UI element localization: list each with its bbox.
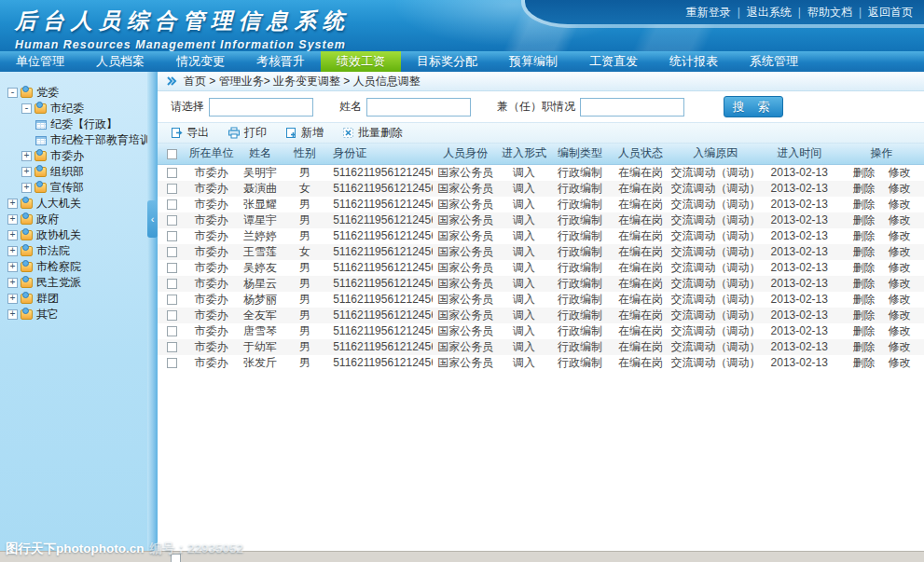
edit-link[interactable]: 修改 — [888, 293, 910, 306]
row-checkbox[interactable] — [167, 247, 177, 257]
tree-item[interactable]: 市纪检干部教育培训中心 — [0, 132, 147, 148]
row-checkbox[interactable] — [167, 279, 177, 289]
row-checkbox[interactable] — [167, 310, 177, 321]
edit-link[interactable]: 修改 — [888, 198, 910, 211]
tree-item[interactable]: +群团 — [0, 291, 147, 307]
delete-link[interactable]: 删除 — [852, 324, 875, 337]
edit-link[interactable]: 修改 — [888, 182, 910, 195]
edit-link[interactable]: 修改 — [888, 324, 910, 337]
delete-link[interactable]: 删除 — [852, 229, 875, 242]
plus-box-icon[interactable]: + — [7, 199, 18, 209]
cell-ops: 删除修改 — [839, 339, 924, 355]
tree-item[interactable]: +政协机关 — [0, 227, 147, 243]
search-button[interactable]: 搜 索 — [724, 96, 783, 117]
cell-entry-form: 调入 — [498, 244, 549, 260]
delete-link[interactable]: 删除 — [852, 261, 875, 274]
delete-link[interactable]: 删除 — [852, 293, 875, 306]
menu-item-0[interactable]: 单位管理 — [0, 51, 80, 72]
tree-item[interactable]: +组织部 — [0, 164, 147, 180]
cell-gender: 男 — [283, 164, 325, 181]
select-input[interactable] — [209, 98, 313, 117]
tree-item[interactable]: +其它 — [0, 307, 147, 322]
home-link[interactable]: 返回首页 — [868, 5, 913, 21]
relogin-link[interactable]: 重新登录 — [686, 5, 731, 21]
tree-item[interactable]: -党委 — [0, 85, 147, 101]
group-icon — [21, 309, 33, 320]
breadcrumb-text[interactable]: 首页 > 管理业务> 业务变更调整 > 人员信息调整 — [184, 74, 421, 89]
tree-item[interactable]: +人大机关 — [0, 196, 147, 212]
plus-box-icon[interactable]: + — [21, 151, 32, 161]
edit-link[interactable]: 修改 — [888, 261, 910, 274]
menu-item-9[interactable]: 系统管理 — [734, 51, 814, 72]
select-all-checkbox[interactable] — [167, 149, 177, 159]
row-checkbox[interactable] — [167, 358, 177, 368]
tree-item[interactable]: -市纪委 — [0, 101, 147, 117]
menu-item-3[interactable]: 考核晋升 — [241, 51, 321, 72]
delete-link[interactable]: 删除 — [852, 356, 875, 369]
plus-box-icon[interactable]: + — [21, 167, 32, 177]
edit-link[interactable]: 修改 — [888, 166, 910, 179]
tree-item[interactable]: +市委办 — [0, 148, 147, 164]
minus-box-icon[interactable]: - — [21, 103, 32, 114]
name-input[interactable] — [366, 98, 471, 117]
menu-item-8[interactable]: 统计报表 — [654, 51, 734, 72]
row-checkbox[interactable] — [167, 231, 177, 241]
plus-box-icon[interactable]: + — [21, 183, 32, 193]
tree-item[interactable]: 纪委【行政】 — [0, 117, 147, 132]
menu-item-5[interactable]: 目标奖分配 — [401, 51, 493, 72]
plus-box-icon[interactable]: + — [7, 309, 18, 320]
delete-link[interactable]: 删除 — [852, 308, 875, 322]
parttime-input[interactable] — [580, 98, 684, 117]
plus-box-icon[interactable]: + — [7, 294, 18, 304]
row-checkbox[interactable] — [167, 295, 177, 305]
row-checkbox[interactable] — [167, 342, 177, 352]
row-checkbox[interactable] — [167, 326, 177, 336]
edit-link[interactable]: 修改 — [888, 308, 910, 322]
tree-item[interactable]: +宣传部 — [0, 180, 147, 196]
plus-box-icon[interactable]: + — [7, 278, 18, 288]
row-checkbox[interactable] — [167, 168, 177, 178]
delete-link[interactable]: 删除 — [852, 245, 875, 258]
row-checkbox[interactable] — [167, 263, 177, 273]
add-button[interactable]: 新增 — [285, 125, 324, 141]
help-link[interactable]: 帮助文档 — [807, 5, 852, 21]
tree-item[interactable]: +市法院 — [0, 243, 147, 259]
tree-item[interactable]: +政府 — [0, 212, 147, 227]
batch-delete-button[interactable]: 批量删除 — [342, 125, 403, 141]
delete-link[interactable]: 删除 — [852, 340, 875, 353]
row-checkbox[interactable] — [167, 184, 177, 194]
export-button[interactable]: 导出 — [171, 125, 209, 141]
edit-link[interactable]: 修改 — [888, 356, 910, 369]
tree-item[interactable]: +民主党派 — [0, 275, 147, 291]
tree-item[interactable]: +市检察院 — [0, 259, 147, 275]
table-icon — [35, 136, 47, 145]
logout-link[interactable]: 退出系统 — [747, 5, 792, 21]
menu-item-2[interactable]: 情况变更 — [160, 51, 241, 72]
print-button[interactable]: 打印 — [228, 125, 267, 141]
plus-box-icon[interactable]: + — [7, 230, 18, 240]
delete-link[interactable]: 删除 — [852, 198, 875, 211]
plus-box-icon[interactable]: + — [7, 246, 18, 256]
delete-link[interactable]: 删除 — [852, 166, 875, 179]
row-checkbox[interactable] — [167, 199, 177, 210]
edit-link[interactable]: 修改 — [888, 340, 910, 353]
plus-box-icon[interactable]: + — [7, 262, 18, 272]
edit-link[interactable]: 修改 — [888, 277, 910, 290]
menu-item-6[interactable]: 预算编制 — [493, 51, 573, 72]
col-ops: 操作 — [839, 144, 924, 164]
edit-link[interactable]: 修改 — [888, 245, 910, 258]
sidebar-collapse-handle[interactable]: ‹ — [147, 200, 158, 238]
row-checkbox[interactable] — [167, 215, 177, 226]
menu-item-7[interactable]: 工资直发 — [573, 51, 654, 72]
minus-box-icon[interactable]: - — [7, 88, 18, 98]
delete-link[interactable]: 删除 — [852, 182, 875, 195]
table-row: 市委办兰婷婷男511621195612124567国家公务员调入行政编制在编在岗… — [158, 228, 924, 244]
edit-link[interactable]: 修改 — [888, 229, 910, 242]
menu-item-1[interactable]: 人员档案 — [80, 51, 160, 72]
plus-box-icon[interactable]: + — [7, 214, 18, 225]
edit-link[interactable]: 修改 — [888, 213, 910, 226]
menu-item-4-active[interactable]: 绩效工资 — [321, 51, 401, 72]
delete-link[interactable]: 删除 — [852, 213, 875, 226]
cell-name: 杨梦丽 — [237, 292, 283, 308]
delete-link[interactable]: 删除 — [852, 277, 875, 290]
